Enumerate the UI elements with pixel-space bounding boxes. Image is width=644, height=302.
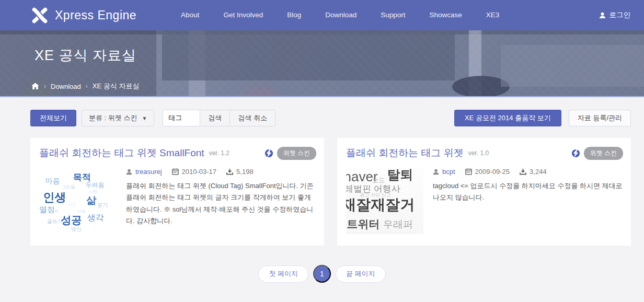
xpress-engine-x-icon (30, 6, 50, 25)
date-label: 2009-09-25 (475, 168, 510, 176)
card-header: 플래쉬 회전하는 태그 위젯 ver. 1.0 위젯 스킨 (346, 146, 623, 160)
thumbnail[interactable]: naver탈퇴보도레벌핀 어행사광고 차단 신고재잘재잘거트위터우래퍼 (346, 168, 423, 234)
nav-item-blog[interactable]: Blog (275, 0, 313, 30)
breadcrumb-current[interactable]: XE 공식 자료실 (93, 82, 140, 91)
cloud-word: 성공 (61, 215, 82, 225)
card-body: naver탈퇴보도레벌핀 어행사광고 차단 신고재잘재잘거트위터우래퍼 bcpt… (346, 168, 623, 234)
chevron-down-icon: ▼ (142, 115, 147, 121)
main-menu: About Get Involved Blog Download Support… (169, 0, 511, 30)
cloud-word: 사랑 (77, 210, 86, 214)
resource-card: 플래쉬 회전하는 태그 위젯 SmallFont ver. 1.2 위젯 스킨 … (30, 138, 324, 246)
search-button[interactable]: 검색 (200, 110, 229, 126)
resource-description: tagcloud <= 업로드시 수정을 하지마세요 수정을 하시면 제대로 나… (433, 180, 623, 204)
page-title: XE 공식 자료실 (34, 46, 136, 65)
card-text: bcpt 2009-09-25 3,244 tagcloud <= 업로드시 수… (433, 168, 623, 234)
cloud-word: 탈퇴 (387, 168, 413, 181)
version-label: ver. 1.2 (209, 149, 229, 157)
nav-item-xe3[interactable]: XE3 (474, 0, 512, 30)
card-body: 마음목적그리움두려움기회인생삶포기열정노력시간사랑글쓰기성공생각명언 treas… (39, 168, 316, 234)
thumbnail[interactable]: 마음목적그리움두려움기회인생삶포기열정노력시간사랑글쓰기성공생각명언 (39, 168, 117, 234)
card-header: 플래쉬 회전하는 태그 위젯 SmallFont ver. 1.2 위젯 스킨 (39, 146, 316, 160)
category-badge[interactable]: 위젯 스킨 (277, 147, 316, 160)
nav-item-support[interactable]: Support (369, 0, 417, 30)
user-icon (599, 12, 606, 19)
register-manage-button[interactable]: 자료 등록/관리 (569, 110, 631, 126)
cloud-word: 포기 (97, 203, 108, 208)
last-page-button[interactable]: 끝 페이지 (336, 265, 386, 283)
author-item: bcpt (433, 168, 455, 176)
cloud-word: 마음 (45, 177, 60, 184)
search-input[interactable] (163, 110, 200, 126)
cloud-word: 우래퍼 (383, 219, 413, 229)
download-count: 5,198 (236, 168, 254, 176)
search-cancel-button[interactable]: 검색 취소 (229, 110, 275, 126)
search-group: 검색 검색 취소 (163, 110, 275, 126)
resource-list: 플래쉬 회전하는 태그 위젯 SmallFont ver. 1.2 위젯 스킨 … (30, 138, 631, 246)
home-icon[interactable] (31, 83, 39, 90)
hero-banner: XE 공식 자료실 › Download › XE 공식 자료실 (0, 30, 644, 97)
view-all-button[interactable]: 전체보기 (30, 110, 76, 126)
category-dropdown-label: 분류 : 위젯 스킨 (89, 113, 137, 123)
flash-bolt-icon (264, 149, 273, 158)
top-nav: Xpress Engine About Get Involved Blog Do… (0, 0, 644, 30)
brand-logo[interactable]: Xpress Engine (30, 6, 136, 25)
nav-item-about[interactable]: About (169, 0, 211, 30)
date-item: 2010-03-17 (172, 168, 217, 176)
cloud-word: 두려움 (86, 182, 105, 188)
author-link[interactable]: treasurej (135, 168, 162, 176)
cloud-word: 레벌핀 어행사 (346, 184, 400, 193)
cloud-word: 시간 (68, 203, 76, 207)
cloud-word: 인생 (43, 192, 66, 203)
nav-item-download[interactable]: Download (313, 0, 369, 30)
download-count: 3,244 (530, 168, 547, 176)
page-1-button[interactable]: 1 (313, 265, 331, 283)
breadcrumb: › Download › XE 공식 자료실 (31, 82, 139, 91)
resource-description: 플래쉬 회전하는 태그 위젯 (Cloud Tag) SmallFont입니다.… (126, 180, 316, 227)
card-header-right: 위젯 스킨 (571, 147, 623, 160)
meta-row: bcpt 2009-09-25 3,244 (433, 168, 623, 176)
cloud-word: 노력 (50, 210, 59, 214)
author-link[interactable]: bcpt (442, 168, 455, 176)
cloud-word: 목적 (73, 173, 91, 182)
resource-card: 플래쉬 회전하는 태그 위젯 ver. 1.0 위젯 스킨 naver탈퇴보도레… (337, 138, 631, 246)
category-badge[interactable]: 위젯 스킨 (584, 147, 623, 160)
breadcrumb-download[interactable]: Download (51, 83, 81, 90)
date-label: 2010-03-17 (182, 168, 217, 176)
cloud-word: 그리움 (61, 185, 75, 190)
cloud-word: 재잘재잘거 (346, 198, 415, 212)
breadcrumb-separator: › (86, 83, 88, 90)
author-item: treasurej (126, 168, 162, 176)
contest-2014-button[interactable]: XE 공모전 2014 출품작 보기 (454, 110, 561, 126)
cloud-word: 기회 (89, 190, 97, 194)
toolbar-right: XE 공모전 2014 출품작 보기 자료 등록/관리 (454, 110, 631, 126)
first-page-button[interactable]: 첫 페이지 (258, 265, 308, 283)
filter-toolbar: 전체보기 분류 : 위젯 스킨 ▼ 검색 검색 취소 XE 공모전 2014 출… (30, 110, 631, 126)
cloud-word: 글쓰기 (47, 219, 63, 224)
nav-item-get-involved[interactable]: Get Involved (211, 0, 275, 30)
card-text: treasurej 2010-03-17 5,198 플래쉬 회전하는 태그 위… (126, 168, 316, 234)
resource-title-link[interactable]: 플래쉬 회전하는 태그 위젯 SmallFont (39, 146, 204, 160)
date-item: 2009-09-25 (465, 168, 510, 176)
cloud-word: 생각 (87, 214, 104, 222)
cloud-word: 보도 (372, 177, 385, 183)
flash-bolt-icon (571, 149, 580, 158)
pagination: 첫 페이지 1 끝 페이지 (0, 265, 644, 283)
resource-title-link[interactable]: 플래쉬 회전하는 태그 위젯 (346, 146, 464, 160)
cloud-word: 삶 (86, 195, 96, 205)
category-dropdown[interactable]: 분류 : 위젯 스킨 ▼ (82, 110, 154, 126)
breadcrumb-separator: › (44, 83, 46, 90)
downloads-item: 3,244 (520, 168, 547, 176)
meta-row: treasurej 2010-03-17 5,198 (126, 168, 316, 176)
brand-name: Xpress Engine (55, 8, 136, 22)
card-header-right: 위젯 스킨 (264, 147, 316, 160)
downloads-item: 5,198 (226, 168, 254, 176)
cloud-word: 명언 (71, 227, 82, 232)
cloud-word: 트위터 (347, 218, 380, 229)
login-label: 로그인 (610, 10, 631, 20)
nav-item-showcase[interactable]: Showcase (418, 0, 474, 30)
version-label: ver. 1.0 (468, 149, 489, 157)
login-button[interactable]: 로그인 (599, 10, 631, 20)
